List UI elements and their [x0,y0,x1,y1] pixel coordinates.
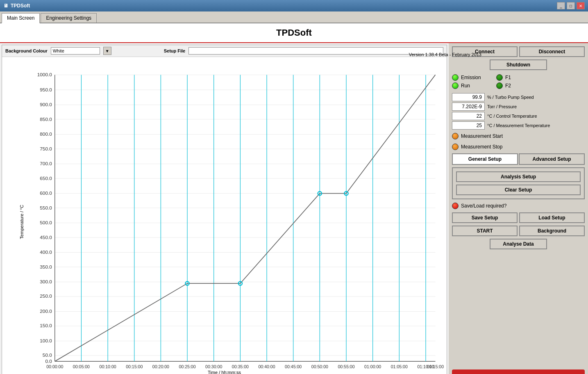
meas-temp-unit: °C / Measurement Temperature [487,123,550,128]
disconnect-button[interactable]: Disconnect [519,46,585,57]
emission-row: Emission F1 [452,74,585,81]
bg-colour-dropdown-btn[interactable]: ▼ [103,47,111,55]
tab-bar: Main Screen Engineering Settings [0,11,588,23]
minimize-button[interactable]: _ [557,2,565,9]
pressure-value: 7.202E-9 [452,103,485,111]
meas-start-row: Measurement Start [452,132,585,140]
svg-text:400.0: 400.0 [40,249,52,255]
version-text: Version 1.38.4 Beta - February 2013 [409,52,481,57]
control-temp-value: 22 [452,112,485,120]
turbo-value: 99.9 [452,93,485,101]
tab-engineering-settings[interactable]: Engineering Settings [41,13,97,23]
clear-setup-button[interactable]: Clear Setup [456,185,581,195]
svg-text:850.0: 850.0 [40,116,52,122]
svg-text:700.0: 700.0 [40,161,52,166]
svg-text:00:10:00: 00:10:00 [100,364,116,369]
pressure-row: 7.202E-9 Torr / Pressure [452,103,585,111]
start-button[interactable]: START [452,226,518,236]
meas-start-led [452,133,459,139]
general-setup-tab[interactable]: General Setup [452,153,518,165]
bg-colour-label: Background Colour [5,48,48,53]
svg-text:100.0: 100.0 [40,338,52,343]
load-setup-button[interactable]: Load Setup [519,212,585,223]
shutdown-row: Shutdown [452,59,585,70]
svg-text:00:00:00: 00:00:00 [46,364,63,369]
svg-text:800.0: 800.0 [40,131,52,137]
bg-colour-input[interactable] [51,47,100,55]
chart-wrapper: Temperature / °C [2,57,447,374]
pressure-unit: Torr / Pressure [487,104,517,109]
meas-stop-label: Measurement Stop [461,144,502,150]
chart-svg: 1000.0 950.0 900.0 850.0 800.0 750.0 700… [31,60,445,370]
svg-text:01:15:00: 01:15:00 [427,364,444,369]
svg-text:450.0: 450.0 [40,234,52,239]
save-load-led [452,203,459,209]
meas-temp-value: 25 [452,121,485,130]
svg-text:1000.0: 1000.0 [37,72,52,77]
svg-text:750.0: 750.0 [40,146,52,151]
content-area: TPDSoft Version 1.38.4 Beta - February 2… [0,23,588,374]
svg-text:200.0: 200.0 [40,308,52,314]
svg-text:00:45:00: 00:45:00 [285,364,302,369]
app-header: TPDSoft Version 1.38.4 Beta - February 2… [0,23,588,43]
y-axis-label: Temperature / °C [19,205,24,239]
svg-text:0.0: 0.0 [45,358,52,364]
emission-label: Emission [461,75,494,80]
svg-text:00:25:00: 00:25:00 [179,364,195,369]
meas-temp-row: 25 °C / Measurement Temperature [452,121,585,130]
setup-content: Analysis Setup Clear Setup [452,167,585,199]
turbo-row: 99.9 % / Turbo Pump Speed [452,93,585,101]
shutdown-button[interactable]: Shutdown [490,59,547,70]
close-button[interactable]: ✕ [577,2,585,9]
svg-text:01:00:00: 01:00:00 [364,364,381,369]
svg-text:900.0: 900.0 [40,102,52,107]
svg-text:00:35:00: 00:35:00 [232,364,249,369]
svg-text:950.0: 950.0 [40,87,52,92]
run-led [452,82,459,89]
turbo-unit: % / Turbo Pump Speed [487,95,534,100]
advanced-setup-tab[interactable]: Advanced Setup [519,153,585,165]
setup-file-label: Setup File [164,48,186,53]
toolbar-row: Background Colour ▼ Setup File [2,45,447,57]
svg-text:600.0: 600.0 [40,190,52,196]
svg-text:01:05:00: 01:05:00 [391,364,408,369]
app-title-bar: 🖥 TPDSoft [3,3,30,9]
indicator-section: Emission F1 Run F2 [452,73,585,91]
svg-text:00:05:00: 00:05:00 [73,364,90,369]
title-bar-text: TPDSoft [11,3,30,9]
svg-text:300.0: 300.0 [40,279,52,284]
control-temp-unit: °C / Control Temperature [487,114,537,119]
setup-file-input[interactable] [188,47,443,55]
meas-stop-led [452,144,459,150]
svg-text:00:30:00: 00:30:00 [205,364,222,369]
main-content: Background Colour ▼ Setup File Temperatu… [0,43,588,374]
meas-stop-row: Measurement Stop [452,143,585,151]
maximize-button[interactable]: □ [567,2,575,9]
f1-led [496,74,503,81]
svg-text:350.0: 350.0 [40,264,52,269]
save-load-label: Save/Load required? [461,203,506,209]
window-controls[interactable]: _ □ ✕ [557,2,585,9]
app-icon: 🖥 [3,3,8,9]
x-axis-label: Time / hh:mm:ss [208,370,241,374]
title-bar: 🖥 TPDSoft _ □ ✕ [0,0,588,11]
f2-led [496,82,503,89]
background-button[interactable]: Background [519,226,585,236]
run-label: Run [461,83,494,89]
f2-label: F2 [505,83,511,89]
svg-text:00:20:00: 00:20:00 [152,364,169,369]
svg-text:00:55:00: 00:55:00 [338,364,354,369]
readout-section: 99.9 % / Turbo Pump Speed 7.202E-9 Torr … [452,93,585,130]
setup-tabs: General Setup Advanced Setup [452,153,585,165]
save-load-btn-row: Save Setup Load Setup [452,212,585,223]
meas-start-label: Measurement Start [461,133,503,139]
svg-text:550.0: 550.0 [40,205,52,210]
tab-main-screen[interactable]: Main Screen [2,13,40,23]
right-panel: Connect Disconnect Shutdown Emission F1 [449,43,588,374]
svg-text:500.0: 500.0 [40,220,52,225]
save-setup-button[interactable]: Save Setup [452,212,518,223]
f1-label: F1 [505,75,511,80]
analysis-setup-button[interactable]: Analysis Setup [456,171,581,182]
svg-text:00:15:00: 00:15:00 [126,364,143,369]
analyse-data-button[interactable]: Analyse Data [490,239,547,249]
